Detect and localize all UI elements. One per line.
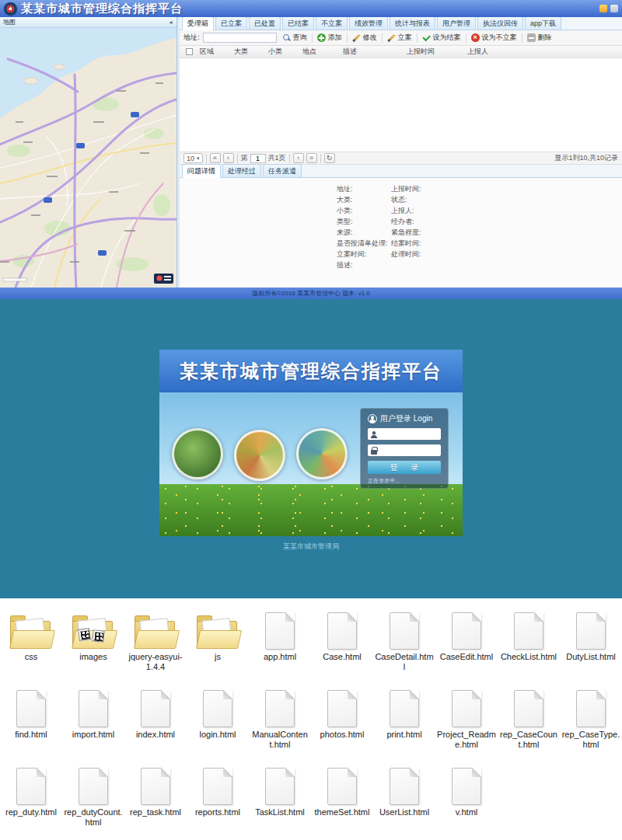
file-item-ManualContent.html[interactable]: ManualContent.html xyxy=(249,682,311,760)
file-item-CheckList.html[interactable]: CheckList.html xyxy=(498,605,560,682)
tab-已处置[interactable]: 已处置 xyxy=(249,17,281,30)
button-查询[interactable]: 查询 xyxy=(280,32,309,44)
refresh-icon[interactable]: ↻ xyxy=(324,153,335,163)
icon-wrap xyxy=(452,682,481,727)
file-item-rep_CaseType.html[interactable]: rep_CaseType.html xyxy=(560,682,622,760)
file-name: index.html xyxy=(136,730,175,740)
file-icon xyxy=(576,690,606,727)
file-item-index.html[interactable]: index.html xyxy=(124,682,187,760)
file-item-print.html[interactable]: print.html xyxy=(373,682,435,760)
file-row: cssimagesjquery-easyui-1.4.4jsapp.htmlCa… xyxy=(0,605,622,682)
page-input[interactable] xyxy=(250,154,266,163)
divider xyxy=(382,33,383,43)
column-header-地点[interactable]: 地点 xyxy=(301,47,341,57)
tab-受理箱[interactable]: 受理箱 xyxy=(182,17,214,30)
column-header-描述[interactable]: 描述 xyxy=(341,47,405,57)
app-title: 某某市城市管理综合指挥平台 xyxy=(21,2,183,16)
file-item-rep_dutyCount.html[interactable]: rep_dutyCount.html xyxy=(62,760,124,838)
file-item-jquery-easyui-1.4.4[interactable]: jquery-easyui-1.4.4 xyxy=(124,605,187,682)
column-header-区域[interactable]: 区域 xyxy=(198,47,232,57)
form-label: 是否按清单处理: xyxy=(337,239,391,247)
form-row: 小类:上报人: xyxy=(337,207,421,214)
collapse-icon[interactable]: ◄ xyxy=(168,19,173,25)
icon-wrap xyxy=(72,605,115,650)
tab-app下载[interactable]: app下载 xyxy=(525,17,561,30)
select-all-checkbox[interactable] xyxy=(180,48,198,55)
file-item-Case.html[interactable]: Case.html xyxy=(311,605,373,682)
tab-统计与报表[interactable]: 统计与报表 xyxy=(390,17,435,30)
tab-执法仪回传[interactable]: 执法仪回传 xyxy=(477,17,523,30)
login-button[interactable]: 登 录 xyxy=(368,461,441,474)
file-item-find.html[interactable]: find.html xyxy=(0,682,62,760)
button-设为结案[interactable]: 设为结案 xyxy=(420,32,463,44)
button-立案[interactable]: 立案 xyxy=(385,32,414,44)
file-item-rep_duty.html[interactable]: rep_duty.html xyxy=(0,760,62,838)
table-body[interactable] xyxy=(180,58,622,152)
file-item-UserList.html[interactable]: UserList.html xyxy=(373,760,435,838)
tab-已立案[interactable]: 已立案 xyxy=(215,17,247,30)
file-item-rep_task.html[interactable]: rep_task.html xyxy=(124,760,187,838)
file-item-js[interactable]: js xyxy=(187,605,249,682)
tab-绩效管理[interactable]: 绩效管理 xyxy=(349,17,388,30)
last-page-button[interactable]: » xyxy=(306,153,317,163)
detail-tab-任务派遣[interactable]: 任务派遣 xyxy=(263,164,302,177)
photo-circle-3 xyxy=(296,428,348,479)
file-item-reports.html[interactable]: reports.html xyxy=(187,760,249,838)
file-item-import.html[interactable]: import.html xyxy=(62,682,124,760)
qr-thumbnail-icon xyxy=(92,629,104,642)
tab-用户管理[interactable]: 用户管理 xyxy=(437,17,476,30)
file-item-CaseEdit.html[interactable]: CaseEdit.html xyxy=(435,605,498,682)
icon-wrap xyxy=(390,605,419,650)
icon-wrap xyxy=(452,605,481,650)
map[interactable] xyxy=(0,28,176,288)
login-photo: 用户登录 Login 登 录 正在登录中... xyxy=(159,392,463,536)
file-item-rep_CaseCount.html[interactable]: rep_CaseCount.html xyxy=(498,682,560,760)
icon-wrap xyxy=(514,682,543,727)
file-item-css[interactable]: css xyxy=(0,605,62,682)
minimize-icon[interactable] xyxy=(610,5,618,12)
prev-page-button[interactable]: ‹ xyxy=(223,153,234,163)
file-item-Project_Readme.html[interactable]: Project_Readme.html xyxy=(435,682,498,760)
file-item-app.html[interactable]: app.html xyxy=(249,605,311,682)
folder-icon xyxy=(72,614,115,650)
password-input[interactable] xyxy=(379,444,441,456)
form-label: 地址: xyxy=(337,185,391,193)
page-size-select[interactable]: 10 ▾ xyxy=(183,153,203,163)
file-item-login.html[interactable]: login.html xyxy=(187,682,249,760)
file-icon xyxy=(390,768,419,805)
button-label: 查询 xyxy=(293,33,307,43)
login-preview-section: 某某市城市管理综合指挥平台 用户登录 Login xyxy=(0,299,622,598)
file-item-images[interactable]: images xyxy=(62,605,124,682)
file-item-themeSet.html[interactable]: themeSet.html xyxy=(311,760,373,838)
column-header-上报时间[interactable]: 上报时间 xyxy=(405,47,466,57)
file-item-v.html[interactable]: v.html xyxy=(435,760,498,838)
username-input[interactable] xyxy=(379,428,441,440)
titlebar-icons xyxy=(599,5,618,12)
titlebar: 某某市城市管理综合指挥平台 xyxy=(0,0,622,17)
button-修改[interactable]: 修改 xyxy=(350,32,379,44)
tab-已结案[interactable]: 已结案 xyxy=(282,17,314,30)
column-header-小类[interactable]: 小类 xyxy=(267,47,301,57)
icon-wrap xyxy=(327,682,357,727)
map-panel-header: 地图 ◄ xyxy=(0,17,176,28)
file-item-TaskList.html[interactable]: TaskList.html xyxy=(249,760,311,838)
column-header-上报人[interactable]: 上报人 xyxy=(466,47,559,57)
detail-tab-处理经过[interactable]: 处理经过 xyxy=(222,164,261,177)
file-item-DutyList.html[interactable]: DutyList.html xyxy=(560,605,622,682)
file-row: rep_duty.htmlrep_dutyCount.htmlrep_task.… xyxy=(0,760,622,838)
detail-tab-问题详情[interactable]: 问题详情 xyxy=(182,164,221,178)
button-设为不立案[interactable]: 设为不立案 xyxy=(469,32,519,44)
next-page-button[interactable]: › xyxy=(293,153,304,163)
address-input[interactable] xyxy=(203,33,277,43)
column-header-大类[interactable]: 大类 xyxy=(232,47,267,57)
folder-icon xyxy=(9,614,53,650)
username-icon xyxy=(370,430,378,438)
button-删除[interactable]: 删除 xyxy=(525,32,554,44)
button-添加[interactable]: 添加 xyxy=(315,32,344,44)
first-page-button[interactable]: « xyxy=(210,153,221,163)
file-item-photos.html[interactable]: photos.html xyxy=(311,682,373,760)
icon-wrap xyxy=(16,682,46,727)
user-icon[interactable] xyxy=(599,5,607,12)
file-item-CaseDetail.html[interactable]: CaseDetail.html xyxy=(373,605,435,682)
tab-不立案[interactable]: 不立案 xyxy=(316,17,348,30)
